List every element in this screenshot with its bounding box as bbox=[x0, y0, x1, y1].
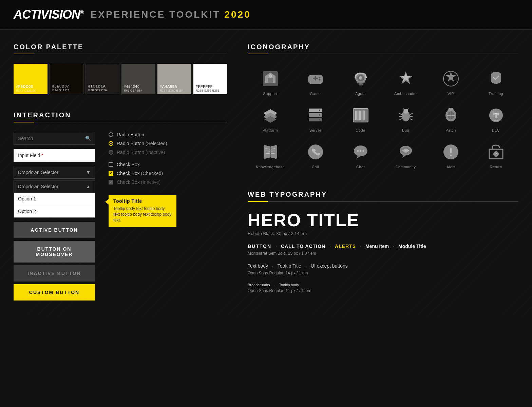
typo-small-desc: Open Sans Regular, 11 px / .79 em bbox=[248, 288, 518, 293]
svg-rect-30 bbox=[361, 111, 363, 120]
icon-label-platform: Platform bbox=[263, 128, 278, 132]
swatch-yellow: #F9DD00 R249 G221 B0 bbox=[14, 64, 48, 94]
icon-return: ? Return bbox=[473, 137, 518, 174]
ambassador-icon bbox=[396, 69, 416, 89]
svg-line-34 bbox=[399, 113, 402, 115]
svg-line-52 bbox=[266, 151, 270, 151]
swatch-black: #0E0B07 R14 G11 B7 bbox=[50, 64, 83, 94]
chevron-up-icon: ▲ bbox=[86, 184, 91, 189]
support-icon bbox=[260, 69, 281, 89]
tooltip-body: Tooltip body text tooltip body text tool… bbox=[113, 206, 172, 223]
svg-line-37 bbox=[410, 113, 413, 115]
icon-label-alert: Alert bbox=[446, 165, 455, 169]
icon-label-chat: Chat bbox=[356, 165, 365, 169]
swatch-light-gray: #A4A09A R164 G160 B154 bbox=[157, 64, 191, 94]
radio-label-selected: Radio Button (Selected) bbox=[117, 141, 167, 146]
button-typography-row: BUTTON · CALL TO ACTION · ALERTS · Menu … bbox=[248, 244, 518, 249]
checkbox-label-checked: Check Box (Checked) bbox=[117, 171, 163, 176]
typo-moduletitle: Module Title bbox=[398, 244, 426, 249]
svg-point-46 bbox=[448, 108, 454, 111]
svg-point-24 bbox=[319, 114, 320, 116]
svg-point-23 bbox=[319, 110, 320, 111]
dropdown-closed[interactable]: Dropdown Selector ▼ bbox=[14, 166, 95, 179]
icon-label-knowledgebase: Knowledgebase bbox=[256, 165, 285, 169]
typo-dot-1: · bbox=[276, 244, 277, 249]
icon-community: Community bbox=[383, 137, 428, 174]
body-typography-row: Text body · Tooltip Title · UI except bu… bbox=[248, 263, 518, 269]
typo-dot-2: · bbox=[329, 244, 331, 249]
typo-dot-4: · bbox=[393, 244, 394, 249]
dropdown-open-label: Dropdown Selector bbox=[18, 184, 58, 189]
checkbox-inactive: Check Box (Inactive) bbox=[109, 179, 227, 185]
swatch-rgb: R28 G27 B26 bbox=[88, 89, 117, 92]
agent-icon bbox=[350, 69, 371, 89]
icon-label-vip: VIP bbox=[448, 92, 454, 96]
checkbox-box-normal[interactable] bbox=[109, 162, 113, 167]
typo-dot-6: · bbox=[305, 263, 307, 269]
icon-grid: Support Game bbox=[248, 64, 518, 174]
tooltip-arrow bbox=[105, 199, 109, 205]
icon-label-code: Code bbox=[356, 128, 365, 132]
svg-point-6 bbox=[319, 77, 320, 79]
svg-rect-12 bbox=[359, 83, 363, 85]
dropdown-option-1[interactable]: Option 1 bbox=[14, 193, 95, 205]
iconography-title: ICONOGRAPHY bbox=[248, 43, 518, 51]
active-button[interactable]: ACTIVE BUTTON bbox=[14, 222, 95, 238]
icon-bug: Bug bbox=[383, 100, 428, 137]
small-typography-row: Breadcrumbs · Tooltip body bbox=[248, 283, 518, 287]
input-field-display[interactable]: Input Field * bbox=[14, 149, 95, 162]
radio-inactive: Radio Button (Inactive) bbox=[109, 150, 227, 155]
svg-line-55 bbox=[271, 151, 275, 151]
community-icon bbox=[396, 142, 416, 162]
icon-label-ambassador: Ambassador bbox=[394, 92, 417, 96]
tooltip-container: Tooltip Title Tooltip body text tooltip … bbox=[109, 195, 176, 227]
svg-point-60 bbox=[357, 150, 359, 152]
search-input[interactable] bbox=[14, 132, 95, 145]
icon-call: Call bbox=[293, 137, 338, 174]
svg-point-72 bbox=[450, 155, 452, 156]
svg-point-10 bbox=[359, 76, 362, 80]
icon-ambassador: Ambassador bbox=[383, 64, 428, 100]
svg-rect-1 bbox=[268, 78, 273, 83]
svg-rect-5 bbox=[315, 76, 316, 81]
color-swatches: #F9DD00 R249 G221 B0 #0E0B07 R14 G11 B7 … bbox=[14, 64, 227, 94]
radio-circle-inactive bbox=[109, 150, 113, 155]
mouseover-button[interactable]: BUTTON ON MOUSEOVER bbox=[14, 241, 95, 263]
radio-group: Radio Button Radio Button (Selected) Rad… bbox=[109, 132, 227, 155]
svg-line-56 bbox=[271, 153, 275, 154]
swatch-rgb: R255 G255 B255 bbox=[196, 89, 225, 92]
radio-circle-selected[interactable] bbox=[109, 141, 113, 146]
svg-rect-29 bbox=[359, 111, 361, 120]
dropdown-option-2[interactable]: Option 2 bbox=[14, 205, 95, 217]
typo-alerts: ALERTS bbox=[335, 244, 356, 249]
typo-ui: UI except buttons bbox=[311, 263, 348, 269]
custom-button[interactable]: CUSTOM BUTTON bbox=[14, 284, 95, 301]
icon-agent: Agent bbox=[338, 64, 383, 100]
icon-label-call: Call bbox=[312, 165, 319, 169]
svg-text:?: ? bbox=[495, 152, 497, 156]
icon-label-game: Game bbox=[310, 92, 321, 96]
header-year: 2020 bbox=[224, 9, 251, 20]
tooltip-box: Tooltip Title Tooltip body text tooltip … bbox=[109, 195, 176, 227]
svg-line-41 bbox=[407, 109, 408, 110]
platform-icon bbox=[260, 105, 281, 125]
interaction-divider bbox=[14, 122, 227, 122]
icon-training: Training bbox=[473, 64, 518, 100]
icon-label-dlc: DLC bbox=[492, 128, 500, 132]
icon-vip: VIP bbox=[428, 64, 473, 100]
logo: ACTIVISION® bbox=[14, 7, 84, 22]
swatch-medium-gray: #454340 R69 G67 B64 bbox=[121, 64, 155, 94]
svg-marker-16 bbox=[446, 71, 456, 82]
right-panel: ICONOGRAPHY Support bbox=[248, 43, 518, 303]
svg-rect-11 bbox=[357, 82, 365, 83]
checkbox-box-checked[interactable] bbox=[109, 171, 113, 176]
interaction-title: INTERACTION bbox=[14, 111, 227, 119]
radio-circle-normal[interactable] bbox=[109, 132, 113, 137]
search-field[interactable]: 🔍 bbox=[14, 132, 95, 145]
header-subtitle: EXPERIENCE TOOLKIT bbox=[91, 9, 221, 20]
icon-dlc: DLC bbox=[473, 100, 518, 137]
search-icon: 🔍 bbox=[85, 136, 91, 141]
icon-label-bug: Bug bbox=[402, 128, 409, 132]
dropdown-open[interactable]: Dropdown Selector ▲ bbox=[14, 180, 95, 193]
swatch-hex: #1C1B1A bbox=[88, 84, 117, 88]
